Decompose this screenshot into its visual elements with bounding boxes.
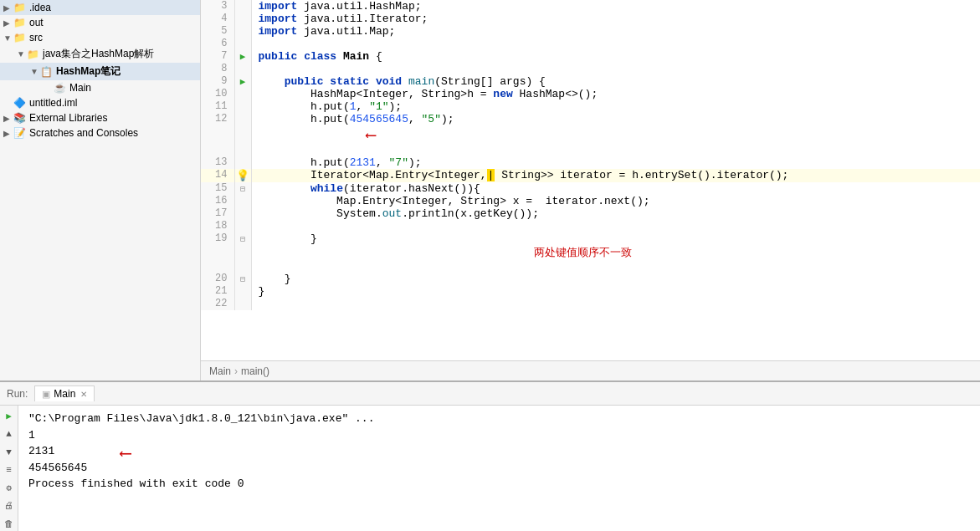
line-gutter <box>234 298 251 310</box>
sidebar-item-external-libraries[interactable]: ▶ 📚 External Libraries <box>0 110 200 125</box>
table-row: 12 h.put(454565645, "5"); ⟵ <box>201 113 980 156</box>
table-row: 13 h.put(2131, "7"); <box>201 156 980 169</box>
line-gutter <box>234 38 251 50</box>
line-content: h.put(1, "1"); <box>251 100 980 113</box>
line-content: public static void main(String[] args) { <box>251 75 980 88</box>
run-tab-icon: ▣ <box>42 389 50 400</box>
line-gutter <box>234 100 251 113</box>
run-down-button[interactable]: ▼ <box>2 445 17 459</box>
run-content: ▶ ▲ ▼ ≡ ⚙ 🖨 🗑 "C:\Program Files\Java\jdk… <box>0 406 980 531</box>
line-gutter <box>234 88 251 100</box>
tab-close-icon[interactable]: ✕ <box>80 390 87 399</box>
table-row: 14 💡 Iterator<Map.Entry<Integer,| String… <box>201 169 980 182</box>
line-content: HashMap<Integer, String>h = new HashMap<… <box>251 88 980 100</box>
table-row: 5 import java.util.Map; <box>201 25 980 38</box>
line-number: 15 <box>201 182 234 195</box>
line-number: 13 <box>201 156 234 169</box>
line-content: import java.util.HashMap; <box>251 0 980 13</box>
line-number: 21 <box>201 285 234 298</box>
code-editor[interactable]: 3 import java.util.HashMap; 4 import jav… <box>201 0 980 360</box>
sidebar-label-src: src <box>29 32 43 43</box>
line-content: } 两处键值顺序不一致 <box>251 232 980 273</box>
sidebar-item-untitled-iml[interactable]: 🔷 untitled.iml <box>0 95 200 110</box>
line-number: 4 <box>201 13 234 25</box>
run-icon-main[interactable]: ▶ <box>240 77 246 87</box>
line-gutter <box>234 220 251 232</box>
line-number: 22 <box>201 298 234 310</box>
table-row: 6 <box>201 38 980 50</box>
line-number: 17 <box>201 207 234 220</box>
run-up-button[interactable]: ▲ <box>2 426 17 441</box>
sidebar-label-external-libraries: External Libraries <box>29 112 107 124</box>
sidebar-item-scratches[interactable]: ▶ 📝 Scratches and Consoles <box>0 125 200 140</box>
run-play-button[interactable]: ▶ <box>2 409 17 423</box>
line-gutter: ⊟ <box>234 232 251 273</box>
run-icon[interactable]: ▶ <box>240 52 246 62</box>
line-gutter <box>234 113 251 156</box>
sidebar-label-hashmap: java集合之HashMap解析 <box>43 47 154 61</box>
breadcrumb-separator: › <box>234 365 238 377</box>
run-delete-button[interactable]: 🗑 <box>2 517 17 531</box>
sidebar-item-main[interactable]: ☕ Main <box>0 80 200 95</box>
sidebar-item-idea[interactable]: ▶ 📁 .idea <box>0 0 200 15</box>
line-gutter <box>234 0 251 13</box>
breadcrumb-part-method[interactable]: main() <box>241 365 269 377</box>
line-content: } <box>251 285 980 298</box>
line-content: System.out.println(x.getKey()); <box>251 207 980 220</box>
line-content: import java.util.Map; <box>251 25 980 38</box>
line-content: Map.Entry<Integer, String> x = iterator.… <box>251 195 980 207</box>
output-line-2: 2131 ⟵ <box>28 443 970 460</box>
folder-icon-hashmap: 📁 <box>27 49 39 60</box>
main-container: ▶ 📁 .idea ▶ 📁 out ▼ 📁 src ▼ 📁 java集合之Has… <box>0 0 980 380</box>
table-row: 22 <box>201 298 980 310</box>
line-number: 19 <box>201 232 234 273</box>
table-row: 11 h.put(1, "1"); <box>201 100 980 113</box>
sidebar-label-out: out <box>29 17 44 28</box>
line-number: 18 <box>201 220 234 232</box>
run-settings-button[interactable]: ⚙ <box>2 481 17 495</box>
sidebar-item-src[interactable]: ▼ 📁 src <box>0 30 200 45</box>
line-gutter <box>234 156 251 169</box>
run-toolbar: Run: ▣ Main ✕ <box>0 382 980 406</box>
line-content: while(iterator.hasNext()){ <box>251 182 980 195</box>
line-number: 12 <box>201 113 234 156</box>
table-row: 16 Map.Entry<Integer, String> x = iterat… <box>201 195 980 207</box>
run-tab-label: Main <box>54 388 75 400</box>
line-content <box>251 298 980 310</box>
sidebar: ▶ 📁 .idea ▶ 📁 out ▼ 📁 src ▼ 📁 java集合之Has… <box>0 0 201 380</box>
table-row: 9 ▶ public static void main(String[] arg… <box>201 75 980 88</box>
output-line-3: 454565645 <box>28 460 970 477</box>
table-row: 10 HashMap<Integer, String>h = new HashM… <box>201 88 980 100</box>
line-gutter: ▶ <box>234 75 251 88</box>
table-row: 17 System.out.println(x.getKey()); <box>201 207 980 220</box>
line-number: 9 <box>201 75 234 88</box>
run-print-button[interactable]: 🖨 <box>2 498 17 513</box>
table-row: 8 <box>201 63 980 75</box>
sidebar-label-scratches: Scratches and Consoles <box>29 127 138 139</box>
sidebar-item-hashmap[interactable]: ▼ 📁 java集合之HashMap解析 <box>0 45 200 63</box>
line-gutter <box>234 195 251 207</box>
line-content: h.put(2131, "7"); <box>251 156 980 169</box>
breadcrumb-part-main[interactable]: Main <box>209 365 231 377</box>
line-gutter: 💡 <box>234 169 251 182</box>
sidebar-item-hashmap-notes[interactable]: ▼ 📋 HashMap笔记 <box>0 63 200 80</box>
line-content: Iterator<Map.Entry<Integer,| String>> it… <box>251 169 980 182</box>
run-tab[interactable]: ▣ Main ✕ <box>34 385 95 401</box>
output-line-0: "C:\Program Files\Java\jdk1.8.0_121\bin\… <box>28 411 970 427</box>
folder-icon-src: 📁 <box>13 32 26 43</box>
line-number: 7 <box>201 50 234 63</box>
line-number: 5 <box>201 25 234 38</box>
line-gutter <box>234 207 251 220</box>
sidebar-item-out[interactable]: ▶ 📁 out <box>0 15 200 30</box>
sidebar-label-untitled-iml: untitled.iml <box>29 97 77 109</box>
sidebar-label-idea: .idea <box>29 2 51 13</box>
line-number: 3 <box>201 0 234 13</box>
run-label: Run: <box>7 388 28 400</box>
run-wrap-button[interactable]: ≡ <box>2 462 17 477</box>
table-row: 19 ⊟ } 两处键值顺序不一致 <box>201 232 980 273</box>
line-content: public class Main { <box>251 50 980 63</box>
run-sidebar: ▶ ▲ ▼ ≡ ⚙ 🖨 🗑 <box>0 406 18 531</box>
line-gutter <box>234 13 251 25</box>
run-output[interactable]: "C:\Program Files\Java\jdk1.8.0_121\bin\… <box>18 406 980 531</box>
module-icon: 🔷 <box>13 97 26 109</box>
